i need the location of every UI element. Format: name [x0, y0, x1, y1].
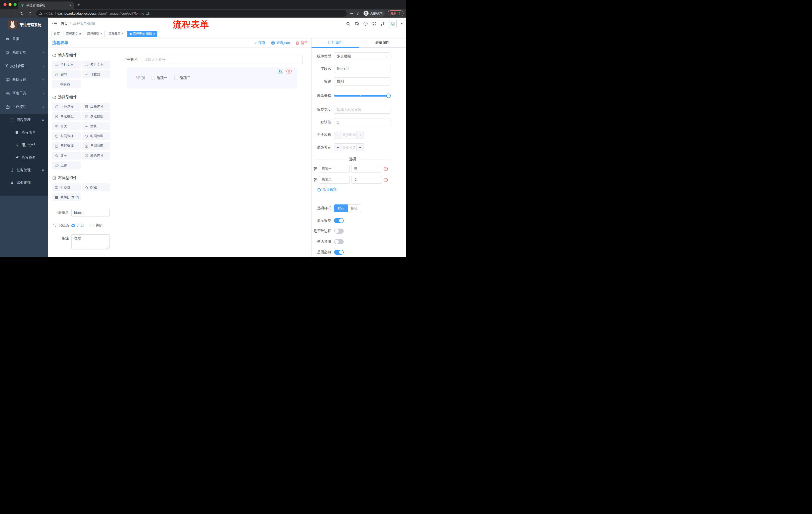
component-chip-slider[interactable]: 滑块: [82, 122, 111, 130]
style-default-button[interactable]: 默认: [334, 205, 348, 212]
window-minimize-button[interactable]: [8, 3, 11, 6]
component-chip-text-input[interactable]: 单行文本: [52, 61, 81, 69]
remove-option-icon[interactable]: [383, 178, 388, 182]
component-chip-cascader[interactable]: 级联选择: [82, 103, 111, 111]
label-width-input[interactable]: [334, 106, 390, 114]
option-label-input[interactable]: [319, 176, 350, 184]
tag-close-icon[interactable]: ×: [153, 32, 155, 36]
tag-process-form[interactable]: 流程表单×: [106, 31, 126, 37]
component-chip-select[interactable]: 下拉选择: [52, 103, 81, 111]
avatar[interactable]: [389, 20, 397, 27]
component-chip-switch[interactable]: 开关: [52, 122, 81, 130]
component-chip-textarea[interactable]: 多行文本: [82, 61, 111, 69]
field-name-input[interactable]: [334, 65, 390, 73]
sidebar-item-process-model[interactable]: 流程模型: [0, 152, 48, 164]
github-icon[interactable]: [354, 21, 359, 26]
default-value-input[interactable]: [334, 118, 390, 126]
disabled-toggle[interactable]: [334, 239, 344, 244]
sidebar-item-workflow[interactable]: 工作流程 ∧: [0, 100, 48, 114]
url-bar[interactable]: 不安全 dashboard.yudao.iocoder.cn/bpm/manag…: [36, 10, 347, 17]
canvas-field-gender-selected[interactable]: *性别 选项一 选项二: [127, 67, 297, 88]
tag-home[interactable]: 首页: [52, 31, 62, 37]
view-json-button[interactable]: 查看json: [271, 41, 290, 45]
sidebar-item-system[interactable]: 系统管理 ∨: [0, 46, 48, 59]
component-chip-editor[interactable]: 编辑器: [52, 80, 81, 88]
drag-handle-icon[interactable]: [313, 178, 318, 182]
tag-close-icon[interactable]: ×: [100, 32, 103, 36]
component-chip-button[interactable]: 按钮: [82, 183, 111, 191]
sidebar-item-infrastructure[interactable]: 基础设施 ∨: [0, 73, 48, 86]
drag-handle-icon[interactable]: [313, 166, 318, 171]
back-icon[interactable]: ←: [2, 10, 9, 17]
component-chip-time-picker[interactable]: 时间选择: [52, 132, 81, 140]
sidebar-item-process-manage[interactable]: 流程管理 ∧: [0, 114, 48, 126]
component-chip-radio-group[interactable]: 单选框组: [52, 112, 81, 120]
key-icon[interactable]: [350, 11, 354, 15]
component-chip-time-range[interactable]: 时间范围: [82, 132, 111, 140]
remove-option-icon[interactable]: [383, 166, 388, 171]
component-chip-table[interactable]: 表格[开发中]: [52, 193, 81, 201]
component-chip-password[interactable]: 密码: [52, 71, 81, 78]
stepper-minus-button[interactable]: −: [335, 131, 342, 139]
component-chip-counter[interactable]: 123计数器: [82, 71, 111, 78]
save-button[interactable]: ✓ 保存: [254, 41, 266, 45]
tab-close-icon[interactable]: ×: [69, 3, 71, 7]
tag-close-icon[interactable]: ×: [79, 32, 81, 36]
stepper-plus-button[interactable]: +: [356, 131, 364, 139]
sidebar-item-leave-query[interactable]: 请假查询: [0, 177, 48, 189]
form-remark-textarea[interactable]: 嘿嘿: [71, 234, 110, 249]
border-toggle[interactable]: [334, 228, 344, 234]
tag-process-model[interactable]: 流程模型×: [85, 31, 105, 37]
show-label-toggle[interactable]: [334, 218, 344, 223]
component-chip-rate[interactable]: 评分: [52, 152, 81, 160]
sidebar-item-payment[interactable]: ¥ 支付管理 ∨: [0, 59, 48, 73]
option-value-input[interactable]: [351, 176, 382, 184]
bookmark-star-icon[interactable]: ☆: [356, 11, 360, 16]
form-canvas[interactable]: *手机号: [113, 48, 311, 257]
component-chip-date-range[interactable]: 日期范围: [82, 142, 111, 150]
tag-close-icon[interactable]: ×: [122, 32, 124, 36]
component-chip-color-picker[interactable]: 颜色选择: [82, 152, 111, 160]
tab-form-props[interactable]: 表单属性: [359, 38, 406, 48]
sidebar-logo[interactable]: 芋道管理系统: [0, 18, 48, 32]
form-name-input[interactable]: [71, 209, 110, 217]
slider-handle[interactable]: [386, 93, 391, 98]
window-zoom-button[interactable]: [13, 3, 17, 6]
security-status[interactable]: 不安全: [39, 11, 53, 16]
component-type-select[interactable]: 多选框组 ∨: [334, 52, 390, 60]
font-size-icon[interactable]: TT: [381, 21, 385, 26]
window-close-button[interactable]: [3, 3, 6, 6]
home-icon[interactable]: [27, 10, 33, 17]
sidebar-item-process-form[interactable]: 流程表单: [0, 126, 48, 139]
phone-input[interactable]: [141, 55, 303, 64]
component-chip-upload[interactable]: 上传: [52, 161, 81, 169]
radio-status-on[interactable]: 开启: [71, 223, 84, 228]
tag-process-form-edit[interactable]: 流程表单-编辑×: [127, 31, 157, 37]
avatar-caret-icon[interactable]: ▾: [401, 22, 403, 25]
browser-tab[interactable]: 芋道管理系统 ×: [18, 1, 74, 9]
fullscreen-icon[interactable]: [372, 22, 376, 26]
component-chip-checkbox-group[interactable]: 多选框组: [82, 112, 111, 120]
browser-update-button[interactable]: 更新 ⋮: [388, 10, 404, 16]
tab-component-props[interactable]: 组件属性: [312, 38, 359, 48]
required-toggle[interactable]: [334, 250, 344, 255]
checkbox-option-1[interactable]: 选项一: [151, 76, 167, 80]
copy-widget-button[interactable]: [278, 69, 283, 74]
search-icon[interactable]: [346, 22, 350, 26]
help-icon[interactable]: ?: [363, 21, 368, 26]
max-select-input[interactable]: [342, 143, 356, 151]
new-tab-button[interactable]: +: [77, 2, 80, 7]
sidebar-item-user-group[interactable]: 用户分组: [0, 139, 48, 152]
option-value-input[interactable]: [351, 165, 382, 172]
component-chip-date-picker[interactable]: 日期选择: [52, 142, 81, 150]
style-button-button[interactable]: 按钮: [348, 205, 361, 212]
grid-slider[interactable]: [334, 95, 388, 97]
sidebar-item-home[interactable]: 首页: [0, 32, 48, 46]
radio-status-off[interactable]: 关闭: [90, 223, 103, 228]
breadcrumb-home[interactable]: 首页: [61, 21, 68, 26]
browser-menu-icon[interactable]: ⋮: [398, 11, 402, 15]
stepper-plus-button[interactable]: +: [356, 143, 364, 151]
title-input[interactable]: [334, 77, 390, 85]
reload-icon[interactable]: ↻: [19, 10, 25, 17]
min-select-input[interactable]: [342, 131, 356, 139]
